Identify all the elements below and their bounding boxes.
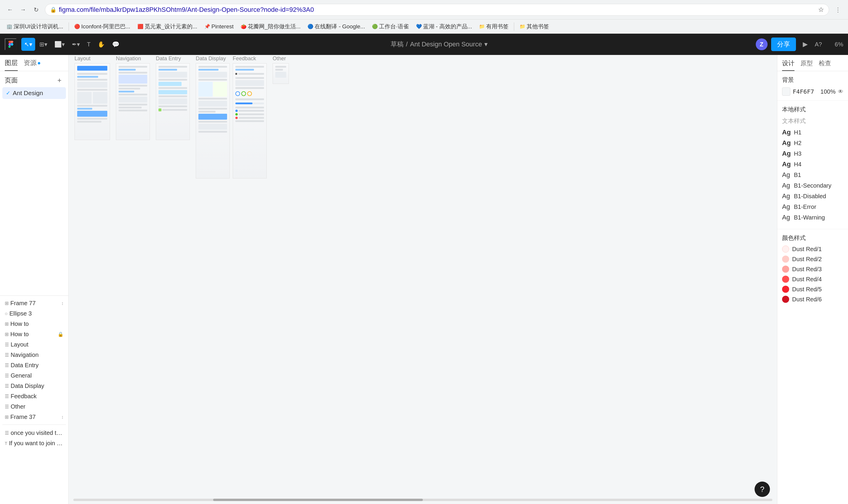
dd-line4 [198,98,227,100]
other-line1 [275,66,286,68]
layout-line2 [77,76,98,78]
pages-header: 页面 + [0,71,68,87]
h2-sample: Ag [782,139,791,147]
layer-navigation[interactable]: ☰ Navigation [2,350,66,360]
bookmark-8[interactable]: 💙 蓝湖 - 高效的产品... [413,22,475,32]
refresh-button[interactable]: ↻ [31,4,41,15]
navigation-frame[interactable] [116,63,150,140]
layout-frame[interactable] [74,63,110,140]
select-tool[interactable]: ↖▾ [21,38,35,51]
bookmark-2[interactable]: 🔴 Iconfont-阿里巴巴... [71,22,133,32]
text-styles-label: 文本样式 [782,117,843,125]
star-icon[interactable]: ☆ [818,6,824,14]
other-frame[interactable] [273,63,289,84]
color-dr4-name: Dust Red/4 [792,276,822,283]
help-button[interactable]: ? [755,482,770,497]
navigation-frame-label: Navigation [116,56,141,62]
background-section: 背景 F4F6F7 100% 👁 [777,71,848,101]
text-tool[interactable]: T [84,38,93,51]
nav-line3 [119,72,147,74]
bookmark-6[interactable]: 🔵 在线翻译 - Google... [305,22,368,32]
dataentry-frame[interactable] [156,63,190,140]
bookmark-4[interactable]: 📌 Pinterest [201,22,237,31]
color-dr5-swatch [782,286,789,293]
fb-howto-line [238,73,264,75]
de-line1 [158,66,187,68]
frame-tool[interactable]: ⊞▾ [36,38,50,51]
feedback-frame[interactable] [233,63,267,178]
bookmark-3-label: 觅元素_设计元素的... [144,23,197,31]
layer-dataentry-label: Data Entry [11,362,64,369]
layer-other[interactable]: ☰ Other [2,401,66,412]
hand-tool[interactable]: ✋ [94,38,108,51]
layer-frame77[interactable]: ⊞ Frame 77 ↕ [2,298,66,308]
bookmark-9[interactable]: 📁 有用书签 [476,22,512,32]
bookmark-10-icon: 📁 [519,24,525,29]
layer-ellipse3[interactable]: ○ Ellipse 3 [2,308,66,319]
dataentry-frame-content [156,64,190,140]
bookmark-5[interactable]: 🍅 花瓣网_陪你做生活... [238,22,304,32]
fb-dot-line3 [239,117,264,119]
b1e-sample: Ag [782,203,791,211]
layers-list: ⊞ Frame 77 ↕ ○ Ellipse 3 ⊞ How to ⊞ How … [0,298,68,504]
pen-tool[interactable]: ✒▾ [69,38,83,51]
tab-layers[interactable]: 图层 [5,58,18,71]
bg-color-swatch[interactable] [782,87,790,96]
layer-frame37-label: Frame 37 [10,414,59,420]
dd-col1 [198,82,212,96]
figma-menu-button[interactable] [5,38,17,50]
extensions-button[interactable]: ⋮ [833,4,843,15]
play-button[interactable]: ▶ [799,38,811,50]
bg-visibility-toggle[interactable]: 👁 [838,89,843,95]
layer-general[interactable]: ☰ General [2,371,66,381]
layer-text1-label: once you visited the original file... [11,430,64,436]
canvas-area[interactable]: Layout [69,55,777,504]
tab-prototype[interactable]: 原型 [800,55,813,71]
file-name[interactable]: Ant Design Open Source [410,40,482,48]
layer-layout[interactable]: ☰ Layout [2,339,66,350]
bookmark-1[interactable]: 🏢 深圳UI设计培训机... [3,22,66,32]
layer-text1[interactable]: ☰ once you visited the original file... [2,427,66,438]
scrollbar-track[interactable] [73,499,772,501]
share-button[interactable]: 分享 [771,37,796,51]
color-dr2-name: Dust Red/2 [792,256,822,263]
shape-tool[interactable]: ⬜▾ [51,38,68,51]
bookmark-7[interactable]: 🟢 工作台·语雀 [369,22,412,32]
bookmark-1-label: 深圳UI设计培训机... [14,23,63,31]
layer-frame37[interactable]: ⊞ Frame 37 ↕ [2,412,66,422]
layer-howto2[interactable]: ⊞ How to 🔒 [2,329,66,339]
layout-line6 [77,108,92,110]
layer-text2-label: If you want to join us and help ... [9,440,64,447]
tab-design[interactable]: 设计 [782,55,795,71]
datadisplay-frame[interactable] [196,63,230,178]
toolbar-title: 草稿 / Ant Design Open Source ▾ [127,40,751,49]
bookmark-10[interactable]: 📁 其他书签 [517,22,552,32]
file-dropdown-icon[interactable]: ▾ [484,40,488,48]
layer-datadisplay[interactable]: ☰ Data Display [2,381,66,391]
bookmark-3[interactable]: 🟥 觅元素_设计元素的... [135,22,200,32]
dd-line2 [198,69,219,71]
tab-assets[interactable]: 资源 [24,58,40,71]
layer-dataentry[interactable]: ☰ Data Entry [2,360,66,371]
canvas-scrollbar[interactable] [69,498,777,502]
address-bar[interactable]: 🔒 figma.com/file/mbaJkrDpw1az8PKhSOhtm9/… [45,4,829,16]
layout-frame-container: Layout [74,63,110,140]
datadisplay-frame-container: Data Display [196,63,230,178]
layer-howto1[interactable]: ⊞ How to [2,319,66,329]
fb-howto-row [235,73,264,75]
page-ant-design[interactable]: ✓ Ant Design [2,87,66,99]
text-style-b1s: Ag B1-Secondary [782,182,843,190]
forward-button[interactable]: → [18,4,29,15]
figma-toolbar: ↖▾ ⊞▾ ⬜▾ ✒▾ T ✋ 💬 草稿 / Ant Design Open S… [0,34,848,55]
layer-feedback-label: Feedback [11,393,64,400]
feedback-frame-container: Feedback [233,63,267,178]
layer-text2[interactable]: T If you want to join us and help ... [2,438,66,448]
scrollbar-thumb[interactable] [213,499,423,501]
back-button[interactable]: ← [5,4,15,15]
add-page-button[interactable]: + [55,76,64,85]
layer-ellipse3-icon: ○ [5,311,8,317]
fb-dot3 [235,117,238,119]
tab-inspect[interactable]: 检查 [819,55,831,71]
comment-tool[interactable]: 💬 [109,38,122,51]
layer-feedback[interactable]: ☰ Feedback [2,391,66,401]
